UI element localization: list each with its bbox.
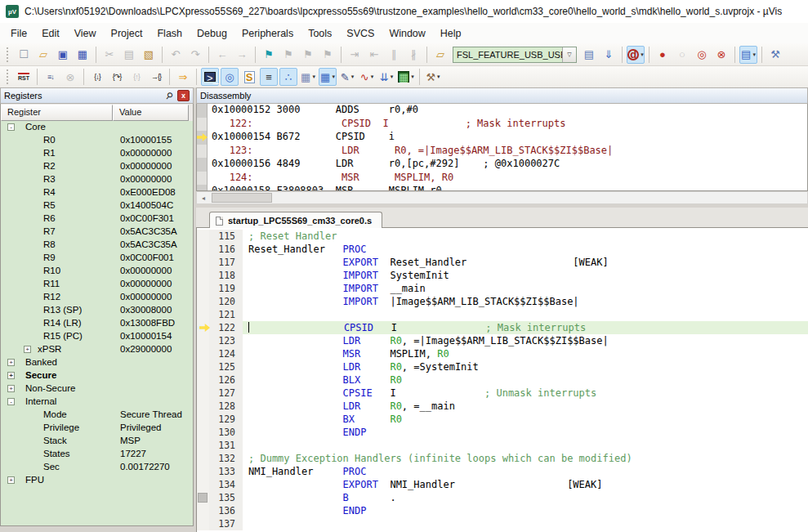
run-to-cursor-button[interactable]: →{}	[147, 68, 165, 86]
register-value[interactable]: 17227	[120, 449, 146, 458]
register-value[interactable]: 0x5AC3C35A	[120, 226, 177, 236]
bookmark-prev-button[interactable]: ⚑	[299, 46, 317, 64]
chevron-down-icon[interactable]: ▾	[641, 51, 644, 58]
editor-line-118[interactable]: 118 IMPORT SystemInit	[197, 269, 808, 282]
editor-margin[interactable]	[197, 373, 209, 387]
run-button[interactable]: ≡↓	[42, 68, 60, 86]
register-value[interactable]: 0x10000154	[120, 331, 172, 341]
code-text[interactable]: ; Dummy Exception Handlers (infinite loo…	[243, 452, 808, 465]
menu-file[interactable]: File	[3, 25, 34, 42]
value-column-header[interactable]: Value	[113, 105, 189, 121]
menu-debug[interactable]: Debug	[190, 25, 234, 42]
disassembly-line[interactable]: 122: CPSID I ; Mask interrupts	[197, 118, 807, 132]
close-icon[interactable]: x	[177, 90, 190, 101]
register-value[interactable]: 0xE000ED08	[120, 187, 176, 197]
register-row-r2[interactable]: R20x00000000	[1, 160, 193, 173]
register-value[interactable]: 0x10000155	[120, 135, 172, 145]
register-value[interactable]: 0x29000000	[120, 344, 172, 354]
new-file-button[interactable]: ☐	[15, 46, 33, 64]
editor-line-123[interactable]: 123 LDR R0, =|Image$$ARM_LIB_STACK$$ZI$$…	[197, 334, 808, 347]
code-text[interactable]: ; Reset Handler	[243, 230, 808, 243]
editor-margin[interactable]	[197, 465, 209, 478]
register-row-r12[interactable]: R120x00000000	[1, 291, 193, 304]
reset-button[interactable]: RST	[15, 68, 33, 86]
disassembly-margin[interactable]	[197, 131, 208, 145]
editor-margin[interactable]	[197, 478, 209, 491]
register-row-r7[interactable]: R70x5AC3C35A	[1, 226, 193, 239]
bookmark-toggle-button[interactable]: ⚑	[260, 46, 278, 64]
editor-line-128[interactable]: 128 LDR R0, =__main	[197, 400, 808, 413]
symbol-window-button[interactable]: S	[240, 68, 258, 86]
code-text[interactable]: Reset_Handler PROC	[243, 243, 808, 256]
step-out-button[interactable]: {↑}	[127, 68, 145, 86]
expand-icon[interactable]: +	[7, 385, 15, 392]
register-value[interactable]: 0x00000000	[120, 148, 172, 158]
indent-button[interactable]: ⇥	[346, 46, 364, 64]
register-row-xpsr[interactable]: +xPSR0x29000000	[1, 343, 193, 356]
system-viewer-button[interactable]: ▦▾	[397, 68, 415, 86]
editor-margin[interactable]	[197, 243, 209, 256]
open-file-button[interactable]: ▱	[34, 46, 52, 64]
editor-margin[interactable]	[197, 360, 209, 373]
editor-line-125[interactable]: 125 LDR R0, =SystemInit	[197, 360, 808, 373]
code-text[interactable]	[243, 439, 808, 452]
chevron-down-icon[interactable]: ▾	[391, 74, 394, 80]
scrollbar-thumb[interactable]	[212, 193, 272, 203]
code-text[interactable]: LDR R0, =SystemInit	[243, 360, 808, 373]
register-row-r1[interactable]: R10x00000000	[1, 147, 193, 160]
disassembly-line[interactable]: 0x10000156 4849 LDR r0,[pc,#292] ; @0x10…	[197, 158, 807, 172]
menu-project[interactable]: Project	[104, 25, 150, 42]
comment-button[interactable]: ∥	[385, 46, 403, 64]
register-column-header[interactable]: Register	[1, 105, 113, 121]
code-text[interactable]: CPSID I ; Mask interrupts	[243, 321, 808, 334]
expand-icon[interactable]: +	[7, 372, 15, 379]
toolbar-grip[interactable]	[7, 69, 10, 84]
navigate-back-button[interactable]: ←	[213, 46, 231, 64]
register-row-states[interactable]: States17227	[1, 448, 193, 461]
disassembly-margin[interactable]	[197, 145, 208, 159]
analysis-window-button[interactable]: ∿▾	[358, 68, 376, 86]
editor-margin[interactable]	[197, 400, 209, 413]
code-text[interactable]: ENDP	[243, 426, 808, 439]
register-value[interactable]: 0x0C00F001	[120, 253, 174, 262]
disassembly-margin[interactable]	[197, 185, 208, 191]
editor-margin[interactable]	[197, 321, 209, 334]
register-value[interactable]: 0x13008FBD	[120, 318, 175, 328]
register-row-fpu[interactable]: +FPU	[1, 474, 193, 487]
register-row-r11[interactable]: R110x00000000	[1, 278, 193, 291]
code-text[interactable]: IMPORT SystemInit	[243, 269, 808, 282]
register-value[interactable]: MSP	[120, 436, 141, 445]
register-row-r6[interactable]: R60x0C00F301	[1, 212, 193, 226]
editor-line-136[interactable]: 136 ENDP	[197, 504, 808, 517]
bookmark-marker[interactable]	[198, 493, 208, 503]
tab-startup-file[interactable]: startup_LPC55S69_cm33_core0.s	[209, 212, 382, 228]
register-value[interactable]: 0.00172270	[120, 462, 170, 472]
editor-margin[interactable]	[197, 347, 209, 360]
register-row-privilege[interactable]: PrivilegePrivileged	[1, 422, 193, 435]
editor-line-117[interactable]: 117 EXPORT Reset_Handler [WEAK]	[197, 256, 808, 269]
register-value[interactable]: Secure Thread	[120, 409, 182, 419]
chevron-down-icon[interactable]: ▾	[752, 51, 756, 58]
expand-icon[interactable]: +	[24, 346, 31, 353]
save-all-button[interactable]: ▦	[74, 46, 92, 64]
expand-icon[interactable]: +	[7, 476, 15, 484]
editor-line-119[interactable]: 119 IMPORT __main	[197, 282, 808, 295]
disassembly-margin[interactable]	[197, 104, 208, 118]
editor-line-135[interactable]: 135 B .	[197, 491, 808, 504]
editor-line-115[interactable]: 115; Reset Handler	[197, 230, 808, 243]
editor-line-137[interactable]: 137	[197, 517, 808, 530]
editor-line-134[interactable]: 134 EXPORT NMI_Handler [WEAK]	[197, 478, 808, 491]
code-text[interactable]: ENDP	[243, 504, 808, 517]
register-row-internal[interactable]: -Internal	[1, 396, 193, 409]
code-text[interactable]: MSR MSPLIM, R0	[243, 347, 808, 360]
paste-button[interactable]: ▧	[140, 46, 158, 64]
menu-svcs[interactable]: SVCS	[339, 25, 382, 42]
editor-line-116[interactable]: 116Reset_Handler PROC	[197, 243, 808, 256]
code-text[interactable]: LDR R0, =|Image$$ARM_LIB_STACK$$ZI$$Base…	[243, 334, 808, 347]
editor-line-126[interactable]: 126 BLX R0	[197, 373, 808, 387]
editor-margin[interactable]	[197, 308, 209, 321]
editor-line-121[interactable]: 121	[197, 308, 808, 321]
find-in-files-dialog-button[interactable]: ▤	[580, 46, 598, 64]
debug-toolbox-button[interactable]: ⚒▾	[424, 68, 442, 86]
editor-margin[interactable]	[197, 452, 209, 465]
